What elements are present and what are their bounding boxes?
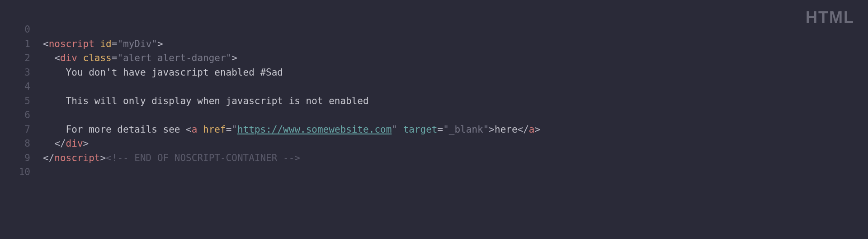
link-text: here <box>495 124 518 135</box>
tag-name: a <box>529 124 535 135</box>
code-content[interactable]: You don't have javascript enabled #Sad <box>43 66 868 80</box>
code-line: 4 <box>0 80 868 94</box>
tag-name: div <box>60 53 77 63</box>
tag-name: noscript <box>49 38 94 49</box>
quote: " <box>231 124 237 135</box>
code-line: 3 You don't have javascript enabled #Sad <box>0 66 868 80</box>
line-number: 2 <box>0 51 43 66</box>
attr-name: class <box>83 53 112 63</box>
code-line: 0 <box>0 23 868 37</box>
attr-name: href <box>203 124 226 135</box>
indent <box>43 67 66 78</box>
code-line: 1 <noscript id="myDiv"> <box>0 37 868 52</box>
equals: = <box>226 124 232 135</box>
punct-close: > <box>231 53 237 63</box>
tag-name: a <box>192 124 198 135</box>
punct-open: </ <box>54 138 66 149</box>
equals: = <box>112 53 118 63</box>
equals: = <box>438 124 443 135</box>
code-line: 6 <box>0 108 868 123</box>
equals: = <box>112 38 118 49</box>
punct-close: > <box>83 138 89 149</box>
code-content[interactable]: <noscript id="myDiv"> <box>43 37 868 52</box>
quote: " <box>226 53 232 63</box>
line-number: 9 <box>0 151 43 166</box>
line-number: 5 <box>0 94 43 109</box>
attr-name: id <box>100 38 111 49</box>
code-line: 10 <box>0 165 868 180</box>
punct-close: > <box>157 38 163 49</box>
indent <box>43 124 66 135</box>
text: This will only display when javascript i… <box>66 96 369 106</box>
code-line: 2 <div class="alert alert-danger"> <box>0 51 868 66</box>
text: For more details see <box>66 124 186 135</box>
punct-open: </ <box>518 124 529 135</box>
line-number: 4 <box>0 80 43 94</box>
line-number: 3 <box>0 66 43 80</box>
attr-value: _blank <box>449 124 483 135</box>
line-number: 6 <box>0 108 43 123</box>
quote: " <box>117 53 123 63</box>
attr-value: alert alert-danger <box>123 53 226 63</box>
attr-value: myDiv <box>123 38 151 49</box>
code-content[interactable]: </div> <box>43 137 868 151</box>
quote: " <box>443 124 449 135</box>
punct-open: </ <box>43 153 54 163</box>
comment: <!-- END OF NOSCRIPT-CONTAINER --> <box>106 153 300 163</box>
code-line: 7 For more details see <a href="https://… <box>0 123 868 137</box>
code-content[interactable]: </noscript><!-- END OF NOSCRIPT-CONTAINE… <box>43 151 868 166</box>
line-number: 1 <box>0 37 43 52</box>
quote: " <box>392 124 397 135</box>
indent <box>43 138 54 149</box>
text: You don't have javascript enabled #Sad <box>66 67 283 78</box>
url-value: https://www.somewebsite.com <box>237 124 392 135</box>
line-number: 10 <box>0 165 43 180</box>
quote: " <box>483 124 489 135</box>
punct-open: < <box>186 124 192 135</box>
quote: " <box>151 38 157 49</box>
space <box>77 53 83 63</box>
space <box>397 124 403 135</box>
punct-open: < <box>43 38 49 49</box>
line-number: 8 <box>0 137 43 151</box>
quote: " <box>117 38 123 49</box>
code-line: 8 </div> <box>0 137 868 151</box>
punct-close: > <box>489 124 495 135</box>
code-content[interactable]: <div class="alert alert-danger"> <box>43 51 868 66</box>
code-editor: 0 1 <noscript id="myDiv"> 2 <div class="… <box>0 0 868 180</box>
line-number: 7 <box>0 123 43 137</box>
language-badge: HTML <box>806 5 854 30</box>
code-content[interactable]: This will only display when javascript i… <box>43 94 868 109</box>
line-number: 0 <box>0 23 43 37</box>
code-line: 5 This will only display when javascript… <box>0 94 868 109</box>
code-content[interactable]: For more details see <a href="https://ww… <box>43 123 868 137</box>
punct-close: > <box>535 124 541 135</box>
attr-name: target <box>403 124 438 135</box>
space <box>197 124 203 135</box>
punct-open: < <box>54 53 60 63</box>
tag-name: div <box>66 138 83 149</box>
indent <box>43 96 66 106</box>
indent <box>43 53 54 63</box>
tag-name: noscript <box>54 153 100 163</box>
space <box>94 38 100 49</box>
punct-close: > <box>100 153 106 163</box>
code-line: 9 </noscript><!-- END OF NOSCRIPT-CONTAI… <box>0 151 868 166</box>
